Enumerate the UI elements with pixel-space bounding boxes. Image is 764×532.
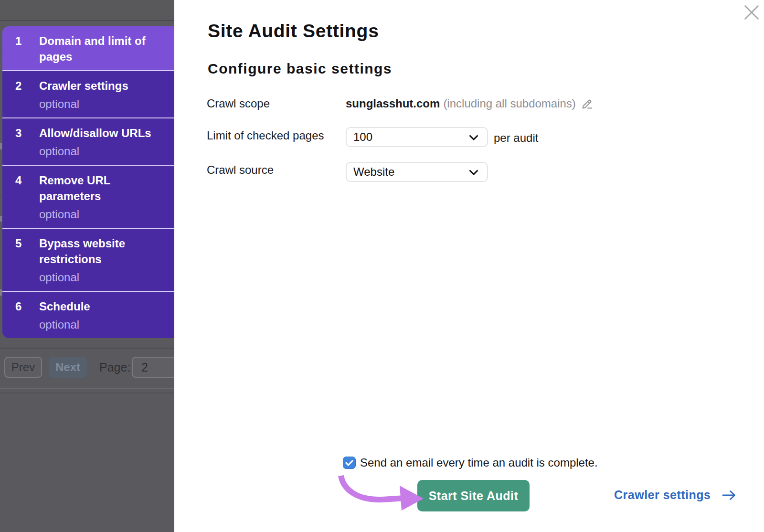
limit-select-value: 100 xyxy=(353,130,372,144)
step-item-schedule[interactable]: 6 Schedule optional xyxy=(2,291,174,338)
wizard-steps: 1 Domain and limit of pages 2 Crawler se… xyxy=(2,26,174,338)
limit-label: Limit of checked pages xyxy=(207,129,324,142)
pagination-bottom-divider xyxy=(0,388,174,389)
crawl-scope-domain: sunglasshut.com xyxy=(346,97,440,110)
chevron-down-icon xyxy=(469,130,478,144)
close-button[interactable] xyxy=(743,4,760,21)
chevron-down-icon xyxy=(469,165,478,179)
crawl-source-label: Crawl source xyxy=(207,163,274,177)
site-audit-settings-modal: Site Audit Settings Configure basic sett… xyxy=(174,0,764,532)
edit-crawl-scope-button[interactable] xyxy=(581,97,594,110)
section-heading: Configure basic settings xyxy=(208,61,392,77)
per-audit-suffix: per audit xyxy=(494,131,538,145)
step-item-allow-disallow[interactable]: 3 Allow/disallow URLs optional xyxy=(2,117,174,165)
email-checkbox[interactable] xyxy=(343,457,356,469)
pencil-icon xyxy=(581,97,594,110)
page-label: Page: xyxy=(99,361,130,374)
prev-button[interactable]: Prev xyxy=(4,357,42,378)
crawl-source-select-value: Website xyxy=(353,165,394,179)
crawl-scope-note: (including all subdomains) xyxy=(443,97,575,110)
step-item-remove-url-parameters[interactable]: 4 Remove URL parameters optional xyxy=(2,165,174,228)
start-site-audit-button[interactable]: Start Site Audit xyxy=(417,480,530,511)
email-checkbox-row: Send an email every time an audit is com… xyxy=(343,456,598,469)
next-button[interactable]: Next xyxy=(49,357,87,378)
crawl-scope-value: sunglasshut.com (including all subdomain… xyxy=(346,97,594,110)
crawl-source-select[interactable]: Website xyxy=(346,162,488,182)
dimmed-top-bar xyxy=(0,0,174,21)
checkmark-icon xyxy=(345,460,353,466)
clipped-text-fragment xyxy=(0,216,2,222)
clipped-text-fragment xyxy=(0,143,2,149)
modal-title: Site Audit Settings xyxy=(208,21,379,42)
arrow-right-icon xyxy=(722,489,736,501)
pagination-top-divider xyxy=(0,348,174,349)
limit-select[interactable]: 100 xyxy=(346,127,488,147)
crawler-settings-link[interactable]: Crawler settings xyxy=(614,488,736,502)
close-icon xyxy=(744,5,759,20)
step-item-bypass-restrictions[interactable]: 5 Bypass website restrictions optional xyxy=(2,228,174,291)
clipped-text-fragment xyxy=(0,289,2,296)
email-checkbox-label: Send an email every time an audit is com… xyxy=(360,456,598,469)
section-divider xyxy=(0,393,174,394)
crawl-scope-label: Crawl scope xyxy=(207,97,270,110)
page-input[interactable]: 2 xyxy=(132,357,178,378)
step-item-domain-and-limit[interactable]: 1 Domain and limit of pages xyxy=(2,26,174,70)
step-item-crawler-settings[interactable]: 2 Crawler settings optional xyxy=(2,70,174,117)
